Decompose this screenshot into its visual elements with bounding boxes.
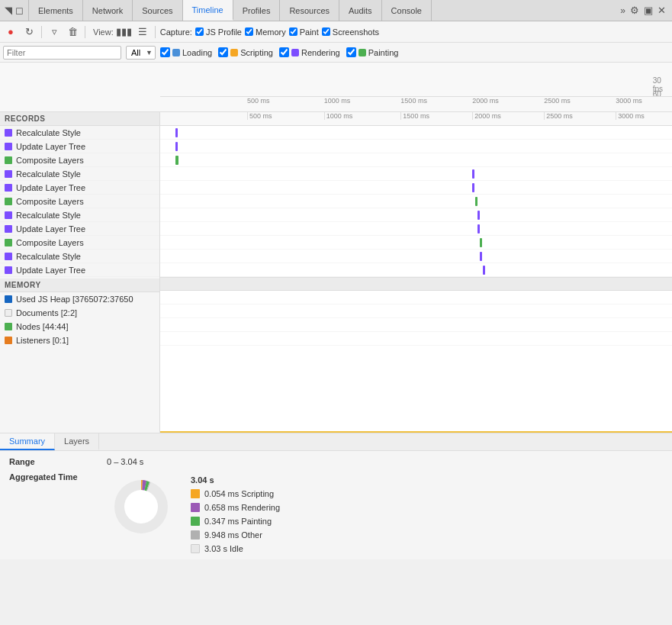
- painting-filter[interactable]: Painting: [346, 47, 399, 57]
- list-item: Update Layer Tree: [0, 222, 159, 236]
- close-icon[interactable]: ✕: [658, 5, 666, 16]
- clear-button[interactable]: 🗑: [65, 24, 80, 40]
- filter-icon[interactable]: ▿: [47, 24, 62, 40]
- painting-swatch: [191, 517, 200, 526]
- memory-checkbox[interactable]: Memory: [245, 27, 286, 37]
- legend-painting: 0.347 ms Painting: [191, 517, 280, 526]
- tab-console[interactable]: Console: [382, 0, 432, 21]
- timeline-canvas[interactable]: 500 ms 1000 ms 1500 ms 2000 ms 2500 ms 3…: [160, 112, 672, 433]
- tab-audits[interactable]: Audits: [339, 0, 382, 21]
- listeners-dot: [5, 337, 12, 344]
- view-label: View:: [93, 27, 114, 37]
- timeline-row: [160, 332, 672, 346]
- composite-dot-1: [5, 156, 12, 164]
- list-item: Update Layer Tree: [0, 263, 159, 277]
- tick-label-1000: 1000 ms: [324, 112, 353, 120]
- rendering-filter[interactable]: Rendering: [279, 47, 340, 57]
- scripting-filter[interactable]: Scripting: [218, 47, 273, 57]
- list-item: Recalculate Style: [0, 250, 159, 263]
- timeline-bar: [472, 169, 474, 179]
- reload-record-button[interactable]: ↻: [21, 24, 37, 40]
- bar-chart-icon[interactable]: ▮▮▮: [117, 24, 132, 40]
- timeline-bar: [480, 238, 482, 247]
- timeline-bar: [477, 224, 480, 234]
- loading-filter[interactable]: Loading: [160, 47, 212, 57]
- timeline-bar: [477, 211, 480, 220]
- tick-1500ms: 1500 ms: [400, 97, 427, 105]
- timeline-row: [160, 304, 672, 318]
- pie-chart: [107, 472, 175, 541]
- mobile-icon[interactable]: ◻: [15, 5, 24, 16]
- memory-canvas-header: [160, 277, 672, 291]
- filter-bar: All ▼ Loading Scripting Rendering Painti…: [0, 43, 672, 63]
- tab-bar: ◥ ◻ Elements Network Sources Timeline Pr…: [0, 0, 672, 21]
- timeline-bar: [483, 266, 485, 275]
- tab-summary[interactable]: Summary: [0, 433, 55, 450]
- tab-resources[interactable]: Resources: [280, 0, 339, 21]
- inspect-icon[interactable]: ◥: [5, 5, 12, 16]
- summary-panel: Summary Layers Range 0 – 3.04 s Aggregat…: [0, 433, 672, 559]
- devtools-right-icons: » ⚙ ▣ ✕: [614, 0, 672, 21]
- timeline-row: [160, 263, 672, 277]
- memory-header: MEMORY: [0, 279, 159, 292]
- screenshots-checkbox[interactable]: Screenshots: [322, 27, 379, 37]
- idle-swatch: [191, 544, 200, 553]
- tab-elements[interactable]: Elements: [29, 0, 83, 21]
- left-panel: RECORDS Recalculate Style Update Layer T…: [0, 112, 160, 433]
- dock-icon[interactable]: ▣: [644, 5, 653, 16]
- toolbar-divider-1: [41, 26, 42, 38]
- records-area: RECORDS Recalculate Style Update Layer T…: [0, 112, 672, 433]
- timeline-bar: [175, 142, 178, 151]
- summary-tabs: Summary Layers: [0, 433, 672, 451]
- aggregated-time-label: Aggregated Time: [9, 472, 101, 482]
- timeline-row: [160, 167, 672, 181]
- tab-network[interactable]: Network: [83, 0, 133, 21]
- paint-checkbox[interactable]: Paint: [289, 27, 319, 37]
- list-item: Update Layer Tree: [0, 181, 159, 195]
- terminal-icon[interactable]: »: [620, 5, 625, 16]
- ruler-ticks: 500 ms 1000 ms 1500 ms 2000 ms 2500 ms 3…: [160, 96, 672, 111]
- timeline-bar: [480, 252, 482, 261]
- timeline-row: [160, 140, 672, 153]
- list-item: Recalculate Style: [0, 126, 159, 140]
- tick-3000ms: 3000 ms: [616, 97, 642, 105]
- list-item: Composite Layers: [0, 195, 159, 208]
- timeline-row: [160, 126, 672, 140]
- filter-select[interactable]: All: [126, 46, 156, 60]
- timeline-bar: [175, 128, 178, 137]
- range-value: 0 – 3.04 s: [107, 457, 143, 466]
- list-item: Composite Layers: [0, 153, 159, 167]
- settings-view-icon[interactable]: ☰: [135, 24, 150, 40]
- list-item: Recalculate Style: [0, 208, 159, 222]
- timeline-bar: [175, 156, 178, 165]
- filter-input[interactable]: [3, 46, 121, 60]
- devtools-icons: ◥ ◻: [0, 0, 29, 21]
- legend-scripting: 0.054 ms Scripting: [191, 489, 280, 498]
- toolbar-divider-3: [155, 26, 156, 38]
- legend-rendering: 0.658 ms Rendering: [191, 503, 280, 512]
- timeline-row: [160, 236, 672, 250]
- other-swatch: [191, 530, 200, 540]
- pie-hole: [124, 490, 158, 524]
- painting-dot: [359, 49, 366, 56]
- js-profile-checkbox[interactable]: JS Profile: [195, 27, 242, 37]
- timeline-overview[interactable]: 30 fps 60 fps 500 ms 1000 ms 1500 ms 200…: [0, 63, 672, 112]
- timeline-row: [160, 208, 672, 222]
- rendering-swatch: [191, 503, 200, 512]
- legend-other: 9.948 ms Other: [191, 530, 280, 540]
- tab-sources[interactable]: Sources: [133, 0, 182, 21]
- toolbar: ● ↻ ▿ 🗑 View: ▮▮▮ ☰ Capture: JS Profile …: [0, 21, 672, 43]
- tab-layers[interactable]: Layers: [55, 433, 99, 450]
- record-button[interactable]: ●: [3, 24, 18, 40]
- tick-label-1500: 1500 ms: [400, 112, 429, 120]
- list-item: Documents [2:2]: [0, 306, 159, 320]
- list-item: Recalculate Style: [0, 167, 159, 181]
- total-time-label: 3.04 s: [191, 475, 280, 485]
- tab-timeline[interactable]: Timeline: [183, 0, 233, 21]
- rendering-dot: [291, 49, 299, 56]
- records-header: RECORDS: [0, 112, 159, 126]
- summary-content: Range 0 – 3.04 s Aggregated Time: [0, 451, 672, 559]
- tab-profiles[interactable]: Profiles: [233, 0, 281, 21]
- pie-legend: 3.04 s 0.054 ms Scripting 0.658 ms Rende…: [191, 472, 280, 553]
- settings-icon[interactable]: ⚙: [630, 5, 639, 16]
